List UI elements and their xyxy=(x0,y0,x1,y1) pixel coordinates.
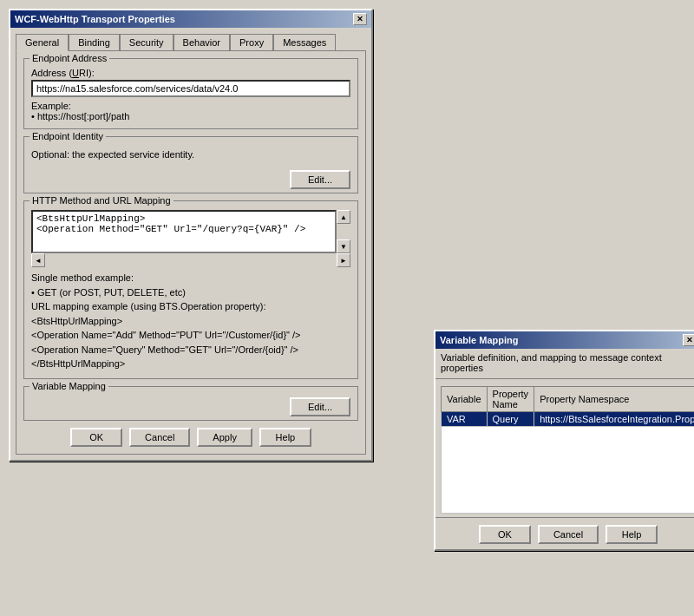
cell-variable: VAR xyxy=(442,412,488,427)
vm-help-button[interactable]: Help xyxy=(606,525,658,544)
window-content: General Binding Security Behavior Proxy … xyxy=(10,28,371,460)
apply-button[interactable]: Apply xyxy=(197,428,252,447)
address-input[interactable] xyxy=(31,80,350,97)
vm-ok-button[interactable]: OK xyxy=(479,525,531,544)
identity-edit-button[interactable]: Edit... xyxy=(290,170,350,189)
table-empty-space xyxy=(441,427,694,514)
vm-cancel-button[interactable]: Cancel xyxy=(538,525,599,544)
http-method-title: HTTP Method and URL Mapping xyxy=(29,195,174,206)
close-button[interactable]: ✕ xyxy=(353,13,367,25)
vm-table-body: VAR Query https://BtsSalesforceIntegrati… xyxy=(442,412,695,427)
tab-binding[interactable]: Binding xyxy=(69,34,120,51)
bottom-buttons: OK Cancel Apply Help xyxy=(23,428,358,447)
tab-panel-general: Endpoint Address Address (URI): Example:… xyxy=(16,50,366,455)
vm-table-container: Variable Property Name Property Namespac… xyxy=(435,383,694,517)
ok-button[interactable]: OK xyxy=(70,428,122,447)
endpoint-identity-group: Endpoint Identity Optional: the expected… xyxy=(23,136,358,193)
cell-property-name: Query xyxy=(487,412,534,427)
info-text: Single method example: • GET (or POST, P… xyxy=(31,271,350,371)
hscroll-left-arrow[interactable]: ◄ xyxy=(31,253,45,267)
hscroll-right-arrow[interactable]: ► xyxy=(337,253,350,267)
variable-mapping-edit-button[interactable]: Edit... xyxy=(290,397,350,416)
vm-header-row: Variable Property Name Property Namespac… xyxy=(442,387,695,412)
variable-mapping-group: Variable Mapping Edit... xyxy=(23,386,358,421)
example-text: Example: • https://host[:port]/path xyxy=(31,101,350,121)
main-window: WCF-WebHttp Transport Properties ✕ Gener… xyxy=(9,9,373,462)
scroll-track-v xyxy=(337,224,350,239)
tab-behavior[interactable]: Behavior xyxy=(174,34,230,51)
http-method-group: HTTP Method and URL Mapping <BtsHttpUrlM… xyxy=(23,200,358,379)
cancel-button[interactable]: Cancel xyxy=(129,428,190,447)
tab-security[interactable]: Security xyxy=(120,34,174,51)
endpoint-identity-title: Endpoint Identity xyxy=(29,131,106,141)
url-scrollbars: ▲ ▼ xyxy=(337,210,350,253)
url-mapping-textarea: <BtsHttpUrlMapping> <Operation Method="G… xyxy=(31,210,337,253)
endpoint-address-group: Endpoint Address Address (URI): Example:… xyxy=(23,58,358,129)
cell-property-namespace: https://BtsSalesforceIntegration.Prope xyxy=(534,412,694,427)
vm-titlebar-buttons: ✕ xyxy=(683,334,694,346)
tab-proxy[interactable]: Proxy xyxy=(230,34,273,51)
variable-mapping-dialog: Variable Mapping ✕ Variable definition, … xyxy=(434,330,694,551)
vm-table-header: Variable Property Name Property Namespac… xyxy=(442,387,695,412)
vm-title: Variable Mapping xyxy=(440,335,518,345)
help-button[interactable]: Help xyxy=(259,428,311,447)
vm-subtitle: Variable definition, and mapping to mess… xyxy=(435,349,694,379)
hscroll-container: ◄ ► xyxy=(31,253,350,267)
vm-titlebar: Variable Mapping ✕ xyxy=(435,331,694,349)
col-variable: Variable xyxy=(442,387,488,412)
variable-mapping-title: Variable Mapping xyxy=(29,381,108,391)
hscroll-track xyxy=(45,253,337,267)
tab-messages[interactable]: Messages xyxy=(273,34,336,51)
table-row[interactable]: VAR Query https://BtsSalesforceIntegrati… xyxy=(442,412,695,427)
col-property-name: Property Name xyxy=(487,387,534,412)
tab-bar: General Binding Security Behavior Proxy … xyxy=(16,33,366,50)
identity-description: Optional: the expected service identity. xyxy=(31,146,350,163)
url-mapping-content: <BtsHttpUrlMapping> <Operation Method="G… xyxy=(31,210,350,253)
vm-bottom-buttons: OK Cancel Help xyxy=(435,517,694,549)
titlebar-buttons: ✕ xyxy=(353,13,367,25)
vm-close-button[interactable]: ✕ xyxy=(683,334,694,346)
address-label: Address (URI): xyxy=(31,68,350,78)
main-titlebar: WCF-WebHttp Transport Properties ✕ xyxy=(10,10,371,28)
scroll-up-arrow[interactable]: ▲ xyxy=(337,210,350,224)
tab-general[interactable]: General xyxy=(16,34,69,51)
variable-mapping-table: Variable Property Name Property Namespac… xyxy=(441,386,694,427)
scroll-down-arrow[interactable]: ▼ xyxy=(337,239,350,253)
endpoint-address-title: Endpoint Address xyxy=(29,53,109,63)
col-property-namespace: Property Namespace xyxy=(534,387,694,412)
main-title: WCF-WebHttp Transport Properties xyxy=(15,14,175,24)
